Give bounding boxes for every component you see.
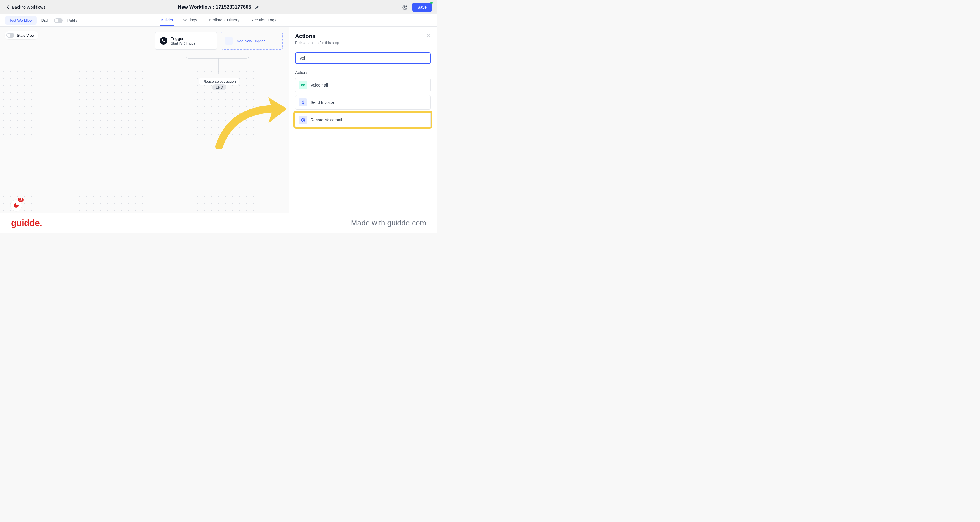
subnav-right: Test Workflow Draft Publish (5, 16, 80, 25)
tab-settings[interactable]: Settings (182, 15, 198, 26)
workflow-canvas[interactable]: Stats View Trigger Start IVR Trigger Add… (0, 27, 437, 233)
trigger-text: Trigger Start IVR Trigger (171, 37, 197, 45)
panel-subtitle: Pick an action for this step (295, 40, 339, 45)
action-label: Voicemail (310, 83, 328, 88)
action-voicemail[interactable]: Voicemail (295, 78, 431, 92)
guidde-logo: guidde. (11, 218, 42, 228)
publish-label: Publish (67, 18, 80, 22)
action-search-input[interactable] (295, 53, 431, 64)
phone-out-icon (299, 116, 307, 124)
topbar-right: Save (402, 3, 432, 12)
svg-point-1 (303, 84, 305, 86)
edit-icon[interactable] (255, 5, 259, 10)
draft-label: Draft (41, 18, 49, 22)
test-workflow-button[interactable]: Test Workflow (5, 16, 37, 25)
trigger-subtitle: Start IVR Trigger (171, 42, 197, 45)
svg-point-0 (301, 84, 303, 86)
made-with-label: Made with guidde.com (351, 219, 426, 227)
action-record-voicemail[interactable]: Record Voicemail (295, 113, 431, 127)
trigger-title: Trigger (171, 37, 197, 41)
add-trigger-label: Add New Trigger (237, 39, 265, 43)
panel-title: Actions (295, 33, 339, 39)
action-label: Record Voicemail (310, 118, 342, 122)
plus-icon (225, 37, 233, 45)
tab-builder[interactable]: Builder (160, 15, 174, 26)
stats-view-label: Stats View (17, 33, 34, 38)
phone-icon (160, 37, 167, 45)
close-icon[interactable] (426, 33, 431, 38)
panel-header: Actions Pick an action for this step (295, 33, 431, 45)
action-send-invoice[interactable]: Send Invoice (295, 95, 431, 110)
actions-list-label: Actions (295, 70, 431, 75)
add-trigger-node[interactable]: Add New Trigger (221, 32, 283, 50)
actions-panel: Actions Pick an action for this step Act… (288, 27, 437, 233)
save-button[interactable]: Save (412, 3, 432, 12)
select-action-placeholder[interactable]: Please select action (199, 78, 239, 85)
stats-view-pill[interactable]: Stats View (5, 31, 38, 39)
workflow-title: New Workflow : 1715283177605 (178, 4, 251, 10)
publish-toggle[interactable] (54, 18, 63, 23)
topbar: Back to Workflows New Workflow : 1715283… (0, 0, 437, 14)
footer: guidde. Made with guidde.com (0, 213, 437, 233)
connector-line (186, 50, 251, 76)
dollar-icon (299, 98, 307, 107)
history-icon[interactable] (402, 5, 407, 10)
chevron-left-icon (5, 5, 10, 10)
back-label: Back to Workflows (12, 5, 45, 10)
back-to-workflows[interactable]: Back to Workflows (5, 5, 45, 10)
tab-execution-logs[interactable]: Execution Logs (248, 15, 277, 26)
stats-view-toggle[interactable] (6, 33, 14, 38)
tab-enrollment-history[interactable]: Enrollment History (206, 15, 240, 26)
voicemail-icon (299, 81, 307, 89)
action-label: Send Invoice (310, 100, 334, 105)
workflow-title-group: New Workflow : 1715283177605 (178, 4, 259, 10)
widget-badge: 16 (18, 198, 24, 202)
end-node: END (212, 85, 226, 90)
subnav: Builder Settings Enrollment History Exec… (0, 14, 437, 27)
trigger-node[interactable]: Trigger Start IVR Trigger (155, 32, 217, 50)
help-widget[interactable]: 16 (10, 199, 22, 212)
subnav-tabs: Builder Settings Enrollment History Exec… (160, 15, 277, 26)
